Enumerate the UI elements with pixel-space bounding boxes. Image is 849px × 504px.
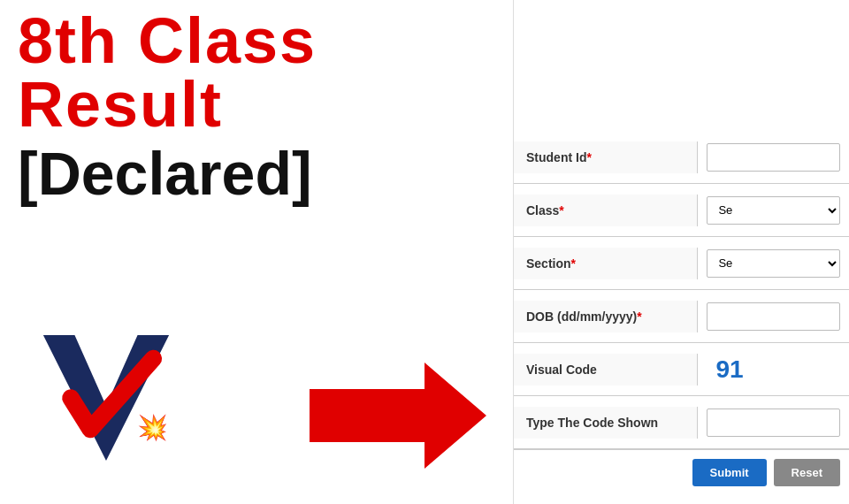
svg-marker-1	[310, 363, 486, 469]
class-select[interactable]: Se 8th	[707, 196, 840, 225]
required-star: *	[559, 203, 563, 218]
class-label: Class*	[514, 195, 698, 226]
submit-button[interactable]: Submit	[692, 459, 767, 486]
dob-row: DOB (dd/mm/yyyy) *	[514, 290, 849, 343]
section-label: Section*	[514, 248, 698, 279]
student-id-row: Student Id *	[514, 131, 849, 184]
required-star: *	[637, 309, 641, 324]
type-code-input[interactable]	[707, 409, 840, 437]
type-code-label: Type The Code Shown	[514, 407, 698, 439]
type-code-row: Type The Code Shown	[514, 396, 849, 449]
section-select[interactable]: Se A B	[707, 249, 840, 278]
type-code-cell	[698, 403, 849, 442]
student-id-cell	[698, 138, 849, 177]
dob-cell	[698, 297, 849, 336]
reset-button[interactable]: Reset	[774, 459, 840, 486]
declared-label: [Declared]	[0, 136, 513, 211]
v-logo-icon	[27, 327, 186, 469]
title-line: 8th Class Result	[0, 0, 513, 136]
arrow-icon	[310, 345, 486, 486]
logo-area	[27, 327, 186, 469]
visual-code-row: Visual Code 91	[514, 343, 849, 396]
student-id-input[interactable]	[707, 143, 840, 172]
required-star: *	[586, 150, 591, 164]
left-panel: 8th Class Result [Declared] 💥	[0, 0, 513, 504]
visual-code-value: 91	[707, 352, 752, 387]
dob-input[interactable]	[707, 302, 840, 331]
section-cell: Se A B	[698, 244, 849, 283]
required-star: *	[571, 256, 576, 271]
student-id-label: Student Id *	[514, 141, 698, 173]
visual-code-cell: 91	[698, 347, 849, 393]
dob-label: DOB (dd/mm/yyyy) *	[514, 301, 698, 332]
class-cell: Se 8th	[698, 191, 849, 230]
form-wrapper: Student Id * Class* Se 8th Section*	[514, 131, 849, 495]
section-row: Section* Se A B	[514, 237, 849, 290]
right-panel: Student Id * Class* Se 8th Section*	[513, 0, 849, 504]
visual-code-label: Visual Code	[514, 354, 698, 386]
crack-decoration-icon: 💥	[137, 413, 168, 442]
form-buttons: Submit Reset	[514, 449, 849, 495]
main-title: 8th Class Result	[18, 9, 495, 136]
class-row: Class* Se 8th	[514, 184, 849, 237]
